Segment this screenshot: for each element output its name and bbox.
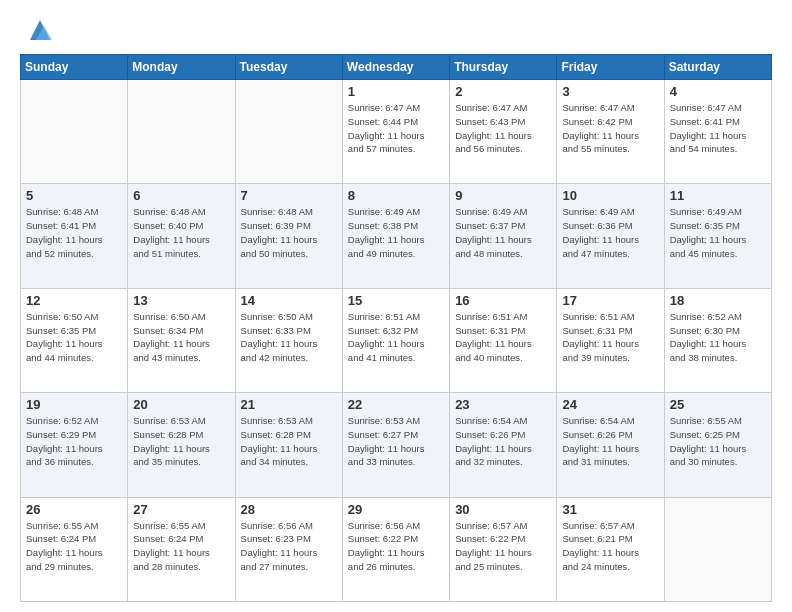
day-number: 13 (133, 293, 229, 308)
day-number: 2 (455, 84, 551, 99)
day-number: 1 (348, 84, 444, 99)
calendar-day-cell: 7Sunrise: 6:48 AM Sunset: 6:39 PM Daylig… (235, 184, 342, 288)
day-info: Sunrise: 6:49 AM Sunset: 6:37 PM Dayligh… (455, 205, 551, 260)
day-number: 18 (670, 293, 766, 308)
calendar-header-wednesday: Wednesday (342, 55, 449, 80)
day-info: Sunrise: 6:52 AM Sunset: 6:30 PM Dayligh… (670, 310, 766, 365)
day-info: Sunrise: 6:48 AM Sunset: 6:40 PM Dayligh… (133, 205, 229, 260)
calendar-day-cell: 25Sunrise: 6:55 AM Sunset: 6:25 PM Dayli… (664, 393, 771, 497)
day-number: 17 (562, 293, 658, 308)
calendar-day-cell (664, 497, 771, 601)
day-info: Sunrise: 6:50 AM Sunset: 6:33 PM Dayligh… (241, 310, 337, 365)
day-info: Sunrise: 6:53 AM Sunset: 6:28 PM Dayligh… (241, 414, 337, 469)
day-info: Sunrise: 6:47 AM Sunset: 6:44 PM Dayligh… (348, 101, 444, 156)
logo-icon (26, 16, 54, 44)
day-info: Sunrise: 6:47 AM Sunset: 6:42 PM Dayligh… (562, 101, 658, 156)
day-info: Sunrise: 6:56 AM Sunset: 6:22 PM Dayligh… (348, 519, 444, 574)
calendar-header-thursday: Thursday (450, 55, 557, 80)
day-number: 19 (26, 397, 122, 412)
calendar-day-cell: 11Sunrise: 6:49 AM Sunset: 6:35 PM Dayli… (664, 184, 771, 288)
calendar-day-cell: 21Sunrise: 6:53 AM Sunset: 6:28 PM Dayli… (235, 393, 342, 497)
calendar-day-cell (235, 80, 342, 184)
calendar-day-cell: 13Sunrise: 6:50 AM Sunset: 6:34 PM Dayli… (128, 288, 235, 392)
day-number: 21 (241, 397, 337, 412)
calendar-day-cell: 31Sunrise: 6:57 AM Sunset: 6:21 PM Dayli… (557, 497, 664, 601)
calendar-day-cell: 3Sunrise: 6:47 AM Sunset: 6:42 PM Daylig… (557, 80, 664, 184)
logo (20, 16, 54, 44)
day-info: Sunrise: 6:48 AM Sunset: 6:39 PM Dayligh… (241, 205, 337, 260)
day-info: Sunrise: 6:57 AM Sunset: 6:21 PM Dayligh… (562, 519, 658, 574)
calendar-week-row: 5Sunrise: 6:48 AM Sunset: 6:41 PM Daylig… (21, 184, 772, 288)
calendar-day-cell: 9Sunrise: 6:49 AM Sunset: 6:37 PM Daylig… (450, 184, 557, 288)
day-number: 16 (455, 293, 551, 308)
calendar-day-cell: 6Sunrise: 6:48 AM Sunset: 6:40 PM Daylig… (128, 184, 235, 288)
day-number: 14 (241, 293, 337, 308)
day-number: 15 (348, 293, 444, 308)
day-info: Sunrise: 6:49 AM Sunset: 6:35 PM Dayligh… (670, 205, 766, 260)
day-info: Sunrise: 6:47 AM Sunset: 6:43 PM Dayligh… (455, 101, 551, 156)
calendar-day-cell (128, 80, 235, 184)
day-info: Sunrise: 6:53 AM Sunset: 6:28 PM Dayligh… (133, 414, 229, 469)
day-number: 5 (26, 188, 122, 203)
day-number: 26 (26, 502, 122, 517)
calendar-day-cell: 22Sunrise: 6:53 AM Sunset: 6:27 PM Dayli… (342, 393, 449, 497)
day-number: 12 (26, 293, 122, 308)
day-number: 27 (133, 502, 229, 517)
calendar-header-row: SundayMondayTuesdayWednesdayThursdayFrid… (21, 55, 772, 80)
calendar-table: SundayMondayTuesdayWednesdayThursdayFrid… (20, 54, 772, 602)
day-info: Sunrise: 6:47 AM Sunset: 6:41 PM Dayligh… (670, 101, 766, 156)
day-number: 30 (455, 502, 551, 517)
calendar-day-cell: 4Sunrise: 6:47 AM Sunset: 6:41 PM Daylig… (664, 80, 771, 184)
calendar-header-saturday: Saturday (664, 55, 771, 80)
calendar-header-friday: Friday (557, 55, 664, 80)
day-number: 25 (670, 397, 766, 412)
calendar-week-row: 12Sunrise: 6:50 AM Sunset: 6:35 PM Dayli… (21, 288, 772, 392)
day-info: Sunrise: 6:57 AM Sunset: 6:22 PM Dayligh… (455, 519, 551, 574)
calendar-header-sunday: Sunday (21, 55, 128, 80)
day-info: Sunrise: 6:53 AM Sunset: 6:27 PM Dayligh… (348, 414, 444, 469)
day-info: Sunrise: 6:55 AM Sunset: 6:24 PM Dayligh… (26, 519, 122, 574)
day-info: Sunrise: 6:55 AM Sunset: 6:24 PM Dayligh… (133, 519, 229, 574)
day-info: Sunrise: 6:56 AM Sunset: 6:23 PM Dayligh… (241, 519, 337, 574)
calendar-day-cell: 30Sunrise: 6:57 AM Sunset: 6:22 PM Dayli… (450, 497, 557, 601)
day-info: Sunrise: 6:51 AM Sunset: 6:31 PM Dayligh… (562, 310, 658, 365)
calendar-day-cell: 14Sunrise: 6:50 AM Sunset: 6:33 PM Dayli… (235, 288, 342, 392)
page: SundayMondayTuesdayWednesdayThursdayFrid… (0, 0, 792, 612)
day-number: 29 (348, 502, 444, 517)
calendar-week-row: 26Sunrise: 6:55 AM Sunset: 6:24 PM Dayli… (21, 497, 772, 601)
day-number: 6 (133, 188, 229, 203)
day-number: 10 (562, 188, 658, 203)
calendar-header-tuesday: Tuesday (235, 55, 342, 80)
calendar-header-monday: Monday (128, 55, 235, 80)
day-info: Sunrise: 6:49 AM Sunset: 6:36 PM Dayligh… (562, 205, 658, 260)
calendar-day-cell: 5Sunrise: 6:48 AM Sunset: 6:41 PM Daylig… (21, 184, 128, 288)
day-number: 9 (455, 188, 551, 203)
calendar-day-cell: 27Sunrise: 6:55 AM Sunset: 6:24 PM Dayli… (128, 497, 235, 601)
calendar-day-cell: 16Sunrise: 6:51 AM Sunset: 6:31 PM Dayli… (450, 288, 557, 392)
day-number: 11 (670, 188, 766, 203)
day-number: 8 (348, 188, 444, 203)
day-info: Sunrise: 6:48 AM Sunset: 6:41 PM Dayligh… (26, 205, 122, 260)
day-info: Sunrise: 6:55 AM Sunset: 6:25 PM Dayligh… (670, 414, 766, 469)
day-number: 4 (670, 84, 766, 99)
calendar-day-cell: 15Sunrise: 6:51 AM Sunset: 6:32 PM Dayli… (342, 288, 449, 392)
calendar-day-cell: 12Sunrise: 6:50 AM Sunset: 6:35 PM Dayli… (21, 288, 128, 392)
day-number: 28 (241, 502, 337, 517)
day-number: 24 (562, 397, 658, 412)
day-info: Sunrise: 6:50 AM Sunset: 6:35 PM Dayligh… (26, 310, 122, 365)
day-number: 23 (455, 397, 551, 412)
day-number: 3 (562, 84, 658, 99)
day-info: Sunrise: 6:49 AM Sunset: 6:38 PM Dayligh… (348, 205, 444, 260)
calendar-day-cell: 26Sunrise: 6:55 AM Sunset: 6:24 PM Dayli… (21, 497, 128, 601)
calendar-week-row: 1Sunrise: 6:47 AM Sunset: 6:44 PM Daylig… (21, 80, 772, 184)
calendar-day-cell (21, 80, 128, 184)
day-info: Sunrise: 6:54 AM Sunset: 6:26 PM Dayligh… (562, 414, 658, 469)
calendar-day-cell: 17Sunrise: 6:51 AM Sunset: 6:31 PM Dayli… (557, 288, 664, 392)
calendar-week-row: 19Sunrise: 6:52 AM Sunset: 6:29 PM Dayli… (21, 393, 772, 497)
day-number: 31 (562, 502, 658, 517)
calendar-day-cell: 23Sunrise: 6:54 AM Sunset: 6:26 PM Dayli… (450, 393, 557, 497)
day-number: 22 (348, 397, 444, 412)
calendar-day-cell: 19Sunrise: 6:52 AM Sunset: 6:29 PM Dayli… (21, 393, 128, 497)
day-number: 7 (241, 188, 337, 203)
day-number: 20 (133, 397, 229, 412)
